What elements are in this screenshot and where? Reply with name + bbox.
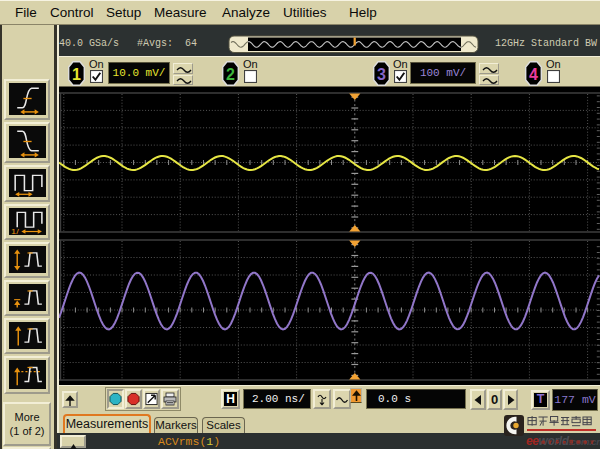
svg-text:2: 2	[226, 66, 235, 83]
svg-text:1/: 1/	[11, 227, 19, 235]
svg-text:4: 4	[529, 66, 538, 83]
svg-text:1: 1	[72, 66, 81, 83]
svg-text:3: 3	[377, 66, 386, 83]
